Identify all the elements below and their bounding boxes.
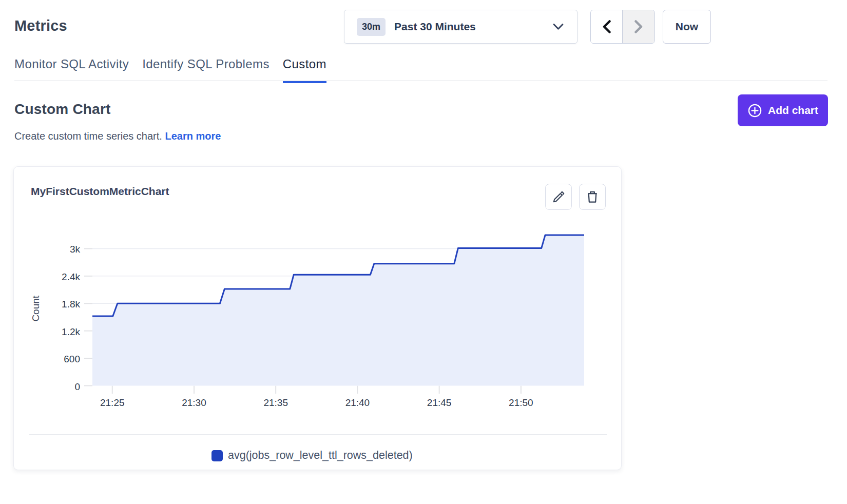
time-range-dropdown[interactable]: 30m Past 30 Minutes bbox=[344, 10, 578, 44]
svg-text:21:30: 21:30 bbox=[182, 397, 206, 408]
plus-circle-icon bbox=[747, 103, 762, 118]
chevron-down-icon bbox=[553, 24, 564, 30]
svg-text:1.2k: 1.2k bbox=[62, 326, 80, 337]
svg-text:Count: Count bbox=[30, 295, 41, 321]
tab-monitor-sql-activity[interactable]: Monitor SQL Activity bbox=[14, 55, 129, 81]
tab-bar: Monitor SQL Activity Identify SQL Proble… bbox=[14, 55, 827, 81]
svg-text:21:50: 21:50 bbox=[509, 397, 533, 408]
tab-identify-sql-problems[interactable]: Identify SQL Problems bbox=[142, 55, 270, 81]
add-chart-button[interactable]: Add chart bbox=[738, 94, 828, 126]
time-range-badge: 30m bbox=[357, 18, 386, 36]
learn-more-link[interactable]: Learn more bbox=[165, 130, 221, 142]
svg-text:21:25: 21:25 bbox=[100, 397, 125, 408]
time-arrow-group bbox=[590, 10, 655, 44]
chevron-left-icon bbox=[603, 20, 611, 33]
section-subtitle-text: Create custom time series chart. bbox=[14, 130, 162, 142]
page-title: Metrics bbox=[14, 17, 67, 34]
section-title: Custom Chart bbox=[14, 101, 111, 118]
svg-text:21:35: 21:35 bbox=[263, 397, 288, 408]
svg-text:600: 600 bbox=[64, 354, 80, 364]
add-chart-label: Add chart bbox=[768, 104, 818, 117]
section-subtitle: Create custom time series chart. Learn m… bbox=[14, 130, 221, 142]
time-series-chart[interactable]: 06001.2k1.8k2.4k3k21:2521:3021:3521:4021… bbox=[14, 221, 622, 411]
svg-text:0: 0 bbox=[74, 381, 80, 392]
time-prev-button[interactable] bbox=[591, 10, 623, 43]
time-range-label: Past 30 Minutes bbox=[394, 21, 476, 33]
legend-label: avg(jobs_row_level_ttl_rows_deleted) bbox=[228, 449, 413, 462]
legend-divider bbox=[29, 434, 607, 435]
edit-chart-button[interactable] bbox=[545, 184, 572, 210]
now-button[interactable]: Now bbox=[663, 10, 711, 44]
pencil-icon bbox=[551, 190, 566, 204]
svg-text:2.4k: 2.4k bbox=[62, 272, 80, 282]
chart-legend: avg(jobs_row_level_ttl_rows_deleted) bbox=[211, 449, 413, 462]
chevron-right-icon bbox=[634, 20, 643, 33]
svg-text:21:40: 21:40 bbox=[345, 397, 370, 408]
svg-text:3k: 3k bbox=[70, 244, 81, 255]
chart-title: MyFirstCustomMetricChart bbox=[31, 185, 169, 198]
trash-icon bbox=[585, 190, 600, 204]
legend-swatch bbox=[211, 450, 223, 461]
time-next-button[interactable] bbox=[623, 10, 654, 43]
svg-text:21:45: 21:45 bbox=[427, 397, 452, 408]
delete-chart-button[interactable] bbox=[579, 184, 606, 210]
tab-custom[interactable]: Custom bbox=[283, 55, 326, 81]
svg-text:1.8k: 1.8k bbox=[62, 299, 80, 309]
custom-chart-card: MyFirstCustomMetricChart 06001.2k1.8k2.4… bbox=[13, 166, 622, 470]
